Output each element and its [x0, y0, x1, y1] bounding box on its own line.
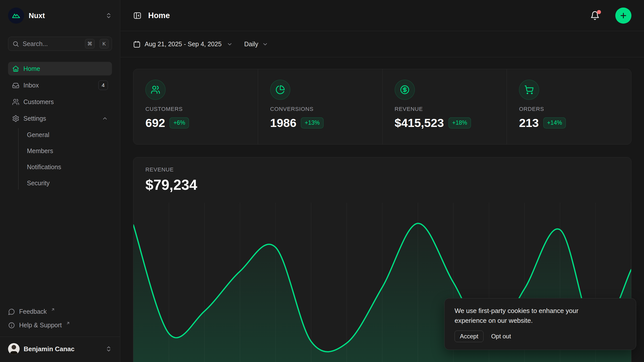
sidebar-item-members[interactable]: Members	[27, 144, 112, 157]
settings-subtree: General Members Notifications Security	[18, 128, 112, 190]
users-icon	[145, 80, 166, 100]
stat-label: CUSTOMERS	[145, 106, 246, 112]
stat-value: $415,523	[395, 116, 444, 130]
workspace-selector[interactable]: Nuxt	[8, 7, 112, 24]
stat-orders[interactable]: ORDERS 213 +14%	[507, 69, 631, 144]
inbox-count-badge: 4	[98, 80, 108, 90]
sidebar-item-inbox[interactable]: Inbox 4	[8, 78, 112, 92]
sidebar-item-label: Settings	[23, 115, 46, 122]
gear-icon	[12, 115, 19, 122]
external-link-icon	[51, 307, 55, 312]
dollar-circle-icon	[395, 80, 415, 100]
stat-conversions[interactable]: CONVERSIONS 1986 +13%	[258, 69, 382, 144]
stat-delta-badge: +6%	[170, 117, 189, 128]
feedback-link[interactable]: Feedback	[8, 305, 112, 319]
sidebar-nav: Home Inbox 4 Customers Settings Ge	[8, 62, 112, 190]
cart-icon	[519, 80, 539, 100]
toolbar: Aug 21, 2025 - Sep 4, 2025 Daily	[120, 31, 644, 57]
sidebar-item-home[interactable]: Home	[8, 62, 112, 75]
user-menu[interactable]: Benjamin Canac	[8, 341, 112, 356]
sidebar-spacer	[8, 190, 112, 305]
sidebar-item-label: Inbox	[23, 82, 39, 89]
sidebar-collapse-button[interactable]	[133, 11, 142, 20]
help-support-link[interactable]: Help & Support	[8, 319, 112, 332]
sidebar-item-notifications[interactable]: Notifications	[27, 160, 112, 173]
sidebar-item-settings[interactable]: Settings	[8, 112, 112, 125]
info-circle-icon	[8, 322, 15, 329]
granularity-label: Daily	[244, 40, 258, 48]
stat-label: CONVERSIONS	[270, 106, 370, 112]
search-placeholder: Search...	[23, 40, 82, 48]
chevrons-up-down-icon[interactable]	[105, 12, 112, 19]
stat-label: REVENUE	[395, 106, 495, 112]
kbd-k: K	[100, 39, 109, 49]
chevron-up-icon	[102, 115, 108, 121]
inbox-icon	[12, 82, 19, 89]
stat-delta-badge: +18%	[449, 117, 471, 128]
sidebar-item-customers[interactable]: Customers	[8, 95, 112, 109]
search-input[interactable]: Search... ⌘ K	[8, 37, 112, 51]
external-link-icon	[66, 321, 70, 325]
notification-dot	[597, 10, 601, 14]
avatar	[8, 343, 20, 355]
date-range-label: Aug 21, 2025 - Sep 4, 2025	[145, 40, 222, 48]
stat-value: 692	[145, 116, 165, 130]
nuxt-logo	[8, 8, 24, 24]
plus-icon	[619, 12, 627, 20]
stat-revenue[interactable]: REVENUE $415,523 +18%	[382, 69, 507, 144]
sub-item-label: Members	[27, 147, 53, 155]
date-range-picker[interactable]: Aug 21, 2025 - Sep 4, 2025	[133, 40, 233, 48]
side-link-label: Help & Support	[19, 322, 62, 329]
opt-out-button[interactable]: Opt out	[491, 333, 511, 340]
calendar-icon	[133, 40, 141, 48]
stat-delta-badge: +14%	[543, 117, 566, 128]
sub-item-label: Security	[27, 179, 50, 187]
sidebar-item-label: Home	[23, 65, 40, 72]
sub-item-label: Notifications	[27, 163, 61, 171]
stat-value: 213	[519, 116, 539, 130]
chat-bubble-icon	[8, 308, 15, 315]
revenue-panel-label: REVENUE	[145, 166, 619, 173]
page-title: Home	[148, 11, 584, 20]
sub-item-label: General	[27, 131, 49, 139]
chevron-down-icon	[227, 41, 233, 47]
cookie-message: We use first-party cookies to enhance yo…	[455, 306, 606, 326]
cookie-banner: We use first-party cookies to enhance yo…	[444, 298, 636, 350]
sidebar-item-security[interactable]: Security	[27, 176, 112, 190]
sidebar: Nuxt Search... ⌘ K Home Inbox 4	[0, 0, 120, 362]
granularity-select[interactable]: Daily	[244, 40, 268, 48]
notifications-button[interactable]	[590, 11, 600, 20]
pie-chart-icon	[270, 80, 290, 100]
kbd-cmd: ⌘	[85, 39, 95, 49]
chevrons-up-down-icon	[105, 346, 112, 352]
stat-value: 1986	[270, 116, 297, 130]
add-button[interactable]	[615, 8, 631, 24]
users-icon	[12, 98, 19, 106]
accept-button[interactable]: Accept	[455, 331, 484, 342]
top-bar: Home	[120, 0, 644, 31]
revenue-panel-value: $79,234	[145, 176, 619, 193]
workspace-name: Nuxt	[29, 12, 101, 20]
sidebar-divider	[0, 337, 120, 337]
search-icon	[12, 40, 19, 47]
stats-row: CUSTOMERS 692 +6% CONVERSIONS 1986 +13%	[133, 69, 631, 145]
sidebar-item-general[interactable]: General	[27, 128, 112, 141]
stat-customers[interactable]: CUSTOMERS 692 +6%	[133, 69, 258, 144]
stat-delta-badge: +13%	[301, 117, 323, 128]
chevron-down-icon	[262, 41, 268, 47]
user-name: Benjamin Canac	[24, 345, 101, 353]
sidebar-item-label: Customers	[23, 98, 54, 106]
side-link-label: Feedback	[19, 308, 47, 315]
stat-label: ORDERS	[519, 106, 619, 112]
home-icon	[12, 65, 19, 72]
